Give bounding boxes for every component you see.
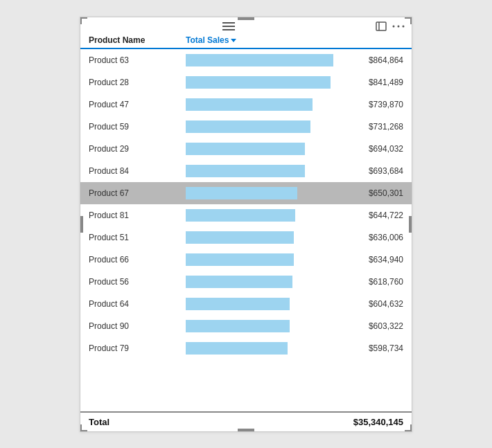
col-sales-header: Total Sales [186, 35, 403, 45]
svg-point-2 [393, 25, 395, 27]
table-row[interactable]: Product 64$604,632 [80, 293, 412, 315]
table-row[interactable]: Product 51$636,006 [80, 226, 412, 249]
footer-total-value: $35,340,145 [186, 417, 403, 427]
row-bar-container: $636,006 [186, 230, 403, 245]
svg-rect-0 [376, 22, 386, 30]
row-product-name: Product 90 [89, 321, 186, 331]
row-bar-container: $731,268 [186, 119, 403, 134]
more-options-icon[interactable] [392, 24, 405, 28]
row-product-name: Product 67 [89, 188, 186, 198]
resize-handle-bl[interactable] [80, 424, 87, 431]
row-value: $603,322 [369, 321, 403, 331]
row-bar-container: $644,722 [186, 208, 403, 223]
table-header: Product Name Total Sales [80, 33, 412, 49]
resize-handle-tr[interactable] [405, 17, 412, 24]
row-product-name: Product 84 [89, 166, 186, 176]
menu-icon[interactable] [222, 22, 235, 30]
row-bar [186, 120, 310, 133]
row-bar [186, 342, 288, 355]
row-bar-container: $864,864 [186, 53, 403, 68]
row-product-name: Product 63 [89, 55, 186, 65]
table-row[interactable]: Product 84$693,684 [80, 160, 412, 182]
table-body[interactable]: Product 63$864,864Product 28$841,489Prod… [80, 49, 412, 411]
row-bar [186, 276, 292, 288]
col-name-header: Product Name [89, 35, 186, 45]
row-bar [186, 231, 294, 244]
row-bar [186, 76, 331, 89]
row-bar-container: $693,684 [186, 163, 403, 179]
resize-handle-left[interactable] [80, 216, 83, 233]
row-value: $644,722 [369, 210, 403, 220]
row-bar-container: $604,632 [186, 296, 403, 312]
table-row[interactable]: Product 67$650,301 [80, 182, 412, 204]
table-row[interactable]: Product 47$739,870 [80, 93, 412, 116]
table-row[interactable]: Product 63$864,864 [80, 49, 412, 71]
row-product-name: Product 59 [89, 122, 186, 132]
row-value: $636,006 [369, 233, 403, 242]
row-bar [186, 209, 295, 222]
row-product-name: Product 29 [89, 144, 186, 154]
table-row[interactable]: Product 81$644,722 [80, 204, 412, 226]
svg-point-3 [398, 25, 400, 27]
row-value: $864,864 [369, 55, 403, 65]
row-value: $694,032 [369, 144, 403, 154]
table-row[interactable]: Product 79$598,734 [80, 337, 412, 359]
row-bar-container: $634,940 [186, 252, 403, 267]
row-bar [186, 143, 305, 155]
table-row[interactable]: Product 29$694,032 [80, 138, 412, 160]
row-bar-container: $650,301 [186, 186, 403, 201]
table-row[interactable]: Product 56$618,760 [80, 271, 412, 293]
row-bar [186, 187, 297, 199]
row-bar-container: $694,032 [186, 141, 403, 156]
resize-handle-top[interactable] [238, 17, 254, 20]
row-value: $650,301 [369, 188, 403, 198]
row-value: $693,684 [369, 166, 403, 176]
row-bar [186, 54, 333, 66]
row-product-name: Product 64 [89, 299, 186, 309]
footer-total-label: Total [89, 417, 186, 427]
row-bar [186, 298, 290, 310]
row-bar-container: $841,489 [186, 75, 403, 90]
svg-point-4 [403, 25, 405, 27]
row-bar-container: $598,734 [186, 341, 403, 356]
resize-handle-br[interactable] [405, 424, 412, 431]
row-value: $739,870 [369, 100, 403, 109]
resize-handle-right[interactable] [409, 216, 412, 233]
row-bar [186, 253, 294, 266]
expand-icon[interactable] [376, 21, 387, 31]
row-product-name: Product 79 [89, 343, 186, 353]
row-product-name: Product 81 [89, 210, 186, 220]
resize-handle-bottom[interactable] [238, 429, 254, 431]
row-bar [186, 165, 305, 177]
row-value: $731,268 [369, 122, 403, 132]
row-bar-container: $618,760 [186, 274, 403, 289]
sort-arrow-icon[interactable] [231, 39, 236, 42]
row-bar [186, 98, 313, 111]
row-product-name: Product 56 [89, 277, 186, 287]
row-value: $604,632 [369, 299, 403, 309]
table-row[interactable]: Product 66$634,940 [80, 249, 412, 271]
row-value: $841,489 [369, 78, 403, 87]
resize-handle-tl[interactable] [80, 17, 87, 24]
row-bar-container: $739,870 [186, 97, 403, 112]
table-wrapper: Product Name Total Sales Product 63$864,… [80, 33, 412, 431]
widget-container: Product Name Total Sales Product 63$864,… [80, 17, 412, 432]
row-bar [186, 320, 290, 332]
table-row[interactable]: Product 28$841,489 [80, 71, 412, 93]
table-row[interactable]: Product 59$731,268 [80, 116, 412, 138]
row-product-name: Product 28 [89, 78, 186, 87]
row-value: $618,760 [369, 277, 403, 287]
row-product-name: Product 66 [89, 255, 186, 265]
table-row[interactable]: Product 90$603,322 [80, 315, 412, 337]
row-value: $634,940 [369, 255, 403, 265]
row-product-name: Product 47 [89, 100, 186, 109]
row-bar-container: $603,322 [186, 319, 403, 334]
row-product-name: Product 51 [89, 233, 186, 242]
row-value: $598,734 [369, 343, 403, 353]
